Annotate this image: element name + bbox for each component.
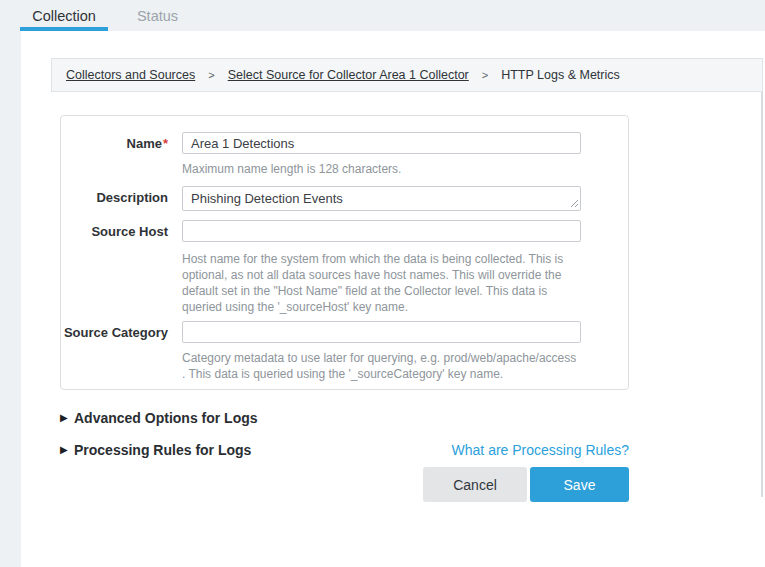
name-input[interactable] [182, 132, 581, 154]
form-action-buttons: Cancel Save [60, 467, 629, 502]
page-left-margin [0, 31, 21, 567]
breadcrumb-separator-icon: > [208, 69, 214, 81]
cancel-button[interactable]: Cancel [423, 467, 527, 502]
source-config-form: Name* Maximum name length is 128 charact… [60, 115, 629, 502]
source-config-card: Name* Maximum name length is 128 charact… [60, 115, 629, 390]
name-label-text: Name [127, 136, 162, 151]
name-label: Name* [61, 132, 182, 177]
description-label: Description [61, 186, 182, 211]
section-processing-rules-toggle[interactable]: Processing Rules for Logs [60, 442, 251, 458]
name-helper-text: Maximum name length is 128 characters. [182, 161, 582, 177]
section-processing-rules-label: Processing Rules for Logs [74, 442, 251, 458]
section-row-processing-rules: Processing Rules for Logs What are Proce… [60, 442, 629, 458]
breadcrumb-current-page: HTTP Logs & Metrics [501, 68, 620, 82]
content-panel: Collectors and Sources > Select Source f… [21, 31, 765, 567]
form-lower-area: Advanced Options for Logs Processing Rul… [60, 410, 629, 502]
name-field-row: Name* Maximum name length is 128 charact… [61, 132, 628, 177]
section-advanced-options-label: Advanced Options for Logs [74, 410, 258, 426]
tab-bar [0, 0, 765, 31]
source-host-input[interactable] [182, 220, 581, 242]
source-category-input[interactable] [182, 321, 581, 343]
breadcrumb: Collectors and Sources > Select Source f… [51, 58, 763, 92]
processing-rules-help-link[interactable]: What are Processing Rules? [452, 442, 629, 458]
collapsed-triangle-icon [60, 445, 74, 455]
description-textarea[interactable]: Phishing Detection Events [182, 186, 581, 211]
source-host-helper-text: Host name for the system from which the … [182, 251, 582, 315]
source-category-label: Source Category [61, 321, 182, 382]
breadcrumb-link-collectors-and-sources[interactable]: Collectors and Sources [66, 68, 195, 82]
scrollbar[interactable] [761, 92, 763, 497]
tab-status[interactable]: Status [121, 0, 194, 31]
tab-status-label: Status [137, 8, 178, 24]
save-button[interactable]: Save [530, 467, 629, 502]
source-host-label: Source Host [61, 220, 182, 315]
section-advanced-options-toggle[interactable]: Advanced Options for Logs [60, 410, 258, 426]
required-asterisk: * [163, 136, 168, 151]
breadcrumb-link-select-source[interactable]: Select Source for Collector Area 1 Colle… [228, 68, 469, 82]
tab-collection-label: Collection [32, 8, 96, 24]
source-host-field-row: Source Host Host name for the system fro… [61, 220, 628, 315]
breadcrumb-separator-icon: > [482, 69, 488, 81]
source-category-field-row: Source Category Category metadata to use… [61, 321, 628, 382]
source-category-helper-text: Category metadata to use later for query… [182, 350, 582, 382]
app-window: Collection Status Collectors and Sources… [0, 0, 765, 567]
description-field-row: Description Phishing Detection Events [61, 186, 628, 211]
tab-collection[interactable]: Collection [20, 0, 108, 31]
collapsed-triangle-icon [60, 413, 74, 423]
section-row-advanced-options: Advanced Options for Logs [60, 410, 629, 426]
